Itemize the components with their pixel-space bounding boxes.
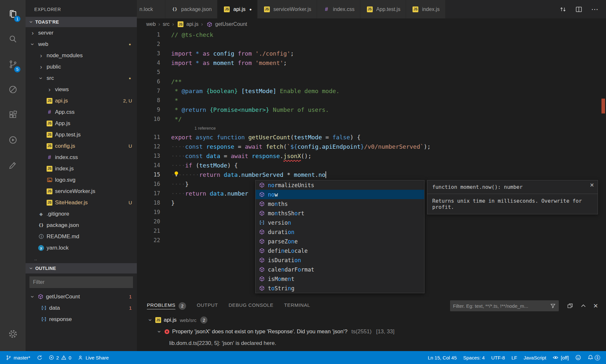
outline-section-header[interactable]: › OUTLINE: [26, 263, 137, 273]
line-number[interactable]: 8: [137, 96, 160, 105]
notifications-status[interactable]: 1: [584, 351, 603, 364]
source-control-view-icon[interactable]: 5: [0, 52, 26, 77]
problems-related-row[interactable]: lib.dom.d.ts[2230, 5]: 'json' is declare…: [137, 337, 606, 349]
run-view-icon[interactable]: [0, 127, 26, 153]
git-branch-status[interactable]: master*: [3, 351, 34, 364]
breadcrumb-item-api-js[interactable]: JSapi.js: [177, 21, 198, 27]
line-number[interactable]: 3: [137, 49, 160, 58]
code-line-12[interactable]: 12····const response = await fetch(`${co…: [137, 142, 606, 151]
line-number[interactable]: 7: [137, 86, 160, 96]
problems-status[interactable]: 2 0: [46, 351, 75, 364]
suggestion-normalizeunits[interactable]: normalizeUnits: [256, 180, 424, 190]
tree-item-yarn-lock[interactable]: yyarn.lock: [26, 242, 137, 253]
breadcrumb-item-web[interactable]: web: [146, 21, 156, 27]
line-number[interactable]: 5: [137, 68, 160, 77]
tab-api-js[interactable]: JSapi.js●: [217, 0, 258, 18]
close-icon[interactable]: ×: [590, 182, 594, 188]
search-view-icon[interactable]: [0, 27, 26, 52]
suggestion-definelocale[interactable]: defineLocale: [256, 246, 424, 255]
encoding-status[interactable]: UTF-8: [488, 351, 508, 364]
tree-item-web[interactable]: ›web●: [26, 38, 137, 50]
tree-item-app-css[interactable]: #App.css: [26, 106, 137, 118]
suggestion-parsezone[interactable]: parseZone: [256, 237, 424, 246]
tree-item-server[interactable]: ›server: [26, 27, 137, 38]
problems-filter-input[interactable]: [453, 303, 550, 309]
line-number[interactable]: 18: [137, 198, 160, 208]
tree-item-api-js[interactable]: JSapi.js2, U: [26, 95, 137, 106]
tree-item-views[interactable]: ›views: [26, 84, 137, 95]
suggestion-now[interactable]: now: [256, 190, 424, 199]
line-number[interactable]: 20: [137, 217, 160, 226]
maximize-panel-icon[interactable]: [580, 303, 587, 309]
code-line-6[interactable]: 6/**: [137, 77, 606, 86]
circle-slash-view-icon[interactable]: [0, 77, 26, 102]
compare-changes-icon[interactable]: [559, 6, 567, 13]
suggestion-calendarformat[interactable]: calendarFormat: [256, 265, 424, 274]
panel-tab-output[interactable]: OUTPUT: [197, 302, 218, 309]
screencast-status[interactable]: [off]: [549, 351, 572, 364]
cursor-position-status[interactable]: Ln 15, Col 45: [424, 351, 460, 364]
breadcrumb-item-getusercount[interactable]: getUserCount: [205, 21, 247, 27]
feedback-status[interactable]: [572, 351, 584, 364]
line-number[interactable]: 13: [137, 151, 160, 161]
code-line-15[interactable]: 15········return data.numberServed * mom…: [137, 170, 606, 179]
code-line-4[interactable]: 4import * as moment from 'moment';: [137, 58, 606, 68]
line-number[interactable]: 2: [137, 39, 160, 49]
tab-serviceworker-js[interactable]: JSserviceWorker.js: [258, 0, 317, 18]
line-number[interactable]: 14: [137, 161, 160, 170]
code-line-7[interactable]: 7 * @param {boolean} [testMode] Enable d…: [137, 86, 606, 96]
tab-app-test-js[interactable]: JSApp.test.js: [360, 0, 406, 18]
problems-file-row[interactable]: › JS api.js web/src 2: [137, 314, 606, 326]
indentation-status[interactable]: Spaces: 4: [460, 351, 488, 364]
panel-tab-problems[interactable]: PROBLEMS2: [147, 302, 186, 310]
code-line-8[interactable]: 8 *: [137, 96, 606, 105]
tree-item-serviceworker-js[interactable]: JSserviceWorker.js: [26, 186, 137, 197]
line-number[interactable]: 16: [137, 179, 160, 189]
tab-index-css[interactable]: #index.css: [317, 0, 360, 18]
suggestion-months[interactable]: months: [256, 199, 424, 209]
code-line-9[interactable]: 9 * @return {Promise<number>} Number of …: [137, 105, 606, 114]
code-line-2[interactable]: 2: [137, 39, 606, 49]
panel-tab-terminal[interactable]: TERMINAL: [284, 302, 310, 309]
tab-package-json[interactable]: {}package.json: [165, 0, 217, 18]
line-number[interactable]: 11: [137, 133, 160, 142]
sync-status[interactable]: [34, 351, 46, 364]
line-number[interactable]: 6: [137, 77, 160, 86]
tree-item-gitignore[interactable]: ◆.gitignore: [26, 208, 137, 219]
tree-item-index-js[interactable]: JSindex.js: [26, 163, 137, 174]
suggestion-duration[interactable]: duration: [256, 227, 424, 237]
breadcrumb-item-src[interactable]: src: [163, 21, 170, 27]
split-editor-icon[interactable]: [575, 6, 582, 13]
tree-item-config-js[interactable]: JSconfig.jsU: [26, 140, 137, 152]
suggestion-isduration[interactable]: isDuration: [256, 255, 424, 265]
filter-icon[interactable]: [550, 303, 556, 309]
tab-n-lock[interactable]: n.lock: [137, 0, 165, 18]
language-mode-status[interactable]: JavaScript: [520, 351, 549, 364]
line-number[interactable]: 21: [137, 226, 160, 236]
tab-index-js[interactable]: JSindex.js: [406, 0, 445, 18]
problems-error-row[interactable]: › Property 'jsonX' does not exist on typ…: [137, 326, 606, 337]
code-line-11[interactable]: 11export async function getUserCount(tes…: [137, 133, 606, 142]
line-number[interactable]: 22: [137, 236, 160, 245]
code-editor[interactable]: 1// @ts-check23import * as config from '…: [137, 30, 606, 297]
code-line-3[interactable]: 3import * as config from './config';: [137, 49, 606, 58]
tree-item-readme-md[interactable]: README.md: [26, 231, 137, 242]
panel-position-icon[interactable]: [567, 303, 573, 309]
outline-filter-input[interactable]: [29, 276, 133, 288]
outline-item-getusercount[interactable]: ›getUserCount1: [26, 291, 137, 302]
suggestion-tostring[interactable]: toString: [256, 284, 424, 293]
quick-fix-lightbulb[interactable]: [173, 171, 180, 177]
line-number[interactable]: 9: [137, 105, 160, 114]
tree-item-src[interactable]: ›src●: [26, 72, 137, 84]
more-actions-icon[interactable]: ⋯: [591, 8, 599, 11]
tree-item-index-css[interactable]: #index.css: [26, 152, 137, 163]
extensions-view-icon[interactable]: [0, 102, 26, 127]
suggestion-version[interactable]: version: [256, 218, 424, 227]
tree-item-node-modules[interactable]: ›node_modules: [26, 50, 137, 61]
explorer-view-icon[interactable]: 1: [0, 1, 26, 27]
line-number[interactable]: 19: [137, 208, 160, 217]
codelens-references[interactable]: 1 reference: [137, 124, 606, 133]
tree-item-siteheader-js[interactable]: JSSiteHeader.jsU: [26, 197, 137, 208]
tree-item-public[interactable]: ›public: [26, 61, 137, 72]
close-panel-icon[interactable]: ×: [593, 303, 598, 309]
